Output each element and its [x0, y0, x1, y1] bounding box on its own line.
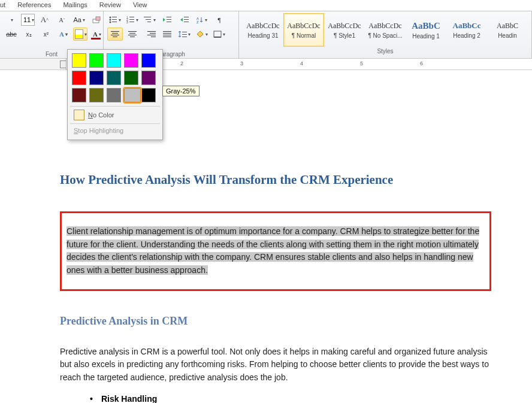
borders-button[interactable]	[211, 28, 227, 41]
bullets-button[interactable]	[107, 13, 123, 26]
color-swatch[interactable]	[72, 71, 86, 85]
svg-rect-9	[129, 17, 134, 17]
svg-rect-20	[184, 17, 189, 17]
highlight-color-button[interactable]	[73, 28, 87, 41]
align-left-button[interactable]	[107, 28, 123, 41]
styles-group: AaBbCcDcHeading 31 AaBbCcDc¶ Normal AaBb…	[239, 11, 532, 58]
strikethrough-button[interactable]: abc	[4, 28, 19, 41]
svg-rect-16	[147, 22, 151, 22]
doc-heading-1[interactable]: How Predictive Analysis Will Transform t…	[60, 172, 491, 187]
color-swatch[interactable]	[141, 88, 156, 102]
text-effects-button[interactable]: A	[56, 28, 71, 41]
svg-rect-21	[184, 19, 189, 20]
doc-heading-2[interactable]: Predictive Analysis in CRM	[60, 315, 491, 328]
style-heading2[interactable]: AaBbCcHeading 2	[446, 13, 487, 47]
multilevel-icon	[144, 16, 152, 23]
borders-icon	[213, 31, 222, 38]
svg-rect-1	[96, 17, 100, 20]
numbering-icon: 123	[126, 16, 135, 23]
styles-group-label: Styles	[243, 47, 528, 54]
color-swatch[interactable]	[72, 88, 86, 102]
shading-button[interactable]	[194, 28, 210, 41]
doc-bullet-1[interactable]: Risk Handling	[90, 394, 491, 403]
style-heading1[interactable]: AaBbCHeading 1	[406, 13, 446, 47]
numbering-button[interactable]: 123	[125, 13, 140, 26]
svg-point-4	[110, 19, 111, 21]
color-swatch[interactable]	[89, 88, 104, 102]
bullets-icon	[109, 16, 117, 23]
highlight-color-panel: No Color Stop Highlighting Gray-25%	[67, 49, 163, 140]
svg-rect-22	[184, 22, 189, 22]
decrease-indent-button[interactable]	[159, 13, 175, 26]
ruler-tick: 6	[420, 60, 423, 66]
clear-formatting-button[interactable]	[89, 13, 104, 26]
change-case-button[interactable]: Aa	[71, 13, 87, 26]
font-color-button[interactable]: A	[89, 28, 105, 41]
color-swatch[interactable]	[72, 53, 86, 68]
font-family-dropdown[interactable]	[4, 13, 19, 26]
svg-rect-26	[182, 34, 187, 35]
color-swatch[interactable]	[141, 53, 156, 68]
color-swatch[interactable]	[89, 71, 104, 85]
color-swatch[interactable]	[124, 71, 138, 85]
style-heading31[interactable]: AaBbCcDcHeading 31	[243, 13, 283, 47]
doc-paragraph-1[interactable]: Client relationship management is of opt…	[66, 225, 485, 277]
align-right-button[interactable]	[142, 28, 158, 41]
eraser-icon	[92, 16, 101, 24]
no-color-option[interactable]: No Color	[70, 106, 160, 123]
sort-button[interactable]: AZ	[194, 13, 210, 26]
svg-rect-27	[182, 37, 187, 37]
font-size-input[interactable]: 11	[21, 14, 35, 26]
subscript-button[interactable]: x₂	[21, 28, 37, 41]
svg-rect-28	[214, 31, 221, 37]
svg-point-2	[110, 17, 111, 19]
svg-rect-19	[167, 22, 171, 22]
tab-view[interactable]: View	[133, 1, 147, 8]
color-tooltip: Gray-25%	[162, 86, 200, 96]
color-swatch[interactable]	[107, 53, 121, 68]
stop-highlighting-option[interactable]: Stop Highlighting	[70, 123, 160, 137]
color-swatch[interactable]	[124, 88, 141, 102]
annotation-box: Client relationship management is of opt…	[60, 211, 491, 291]
color-swatch[interactable]	[107, 88, 121, 102]
line-spacing-button[interactable]	[177, 28, 192, 41]
tab-references[interactable]: References	[17, 1, 51, 8]
tab-review[interactable]: Review	[99, 1, 121, 8]
shrink-font-button[interactable]: Aˇ	[54, 13, 69, 26]
bucket-icon	[196, 31, 204, 38]
ruler-tick: 3	[240, 60, 243, 66]
color-swatch[interactable]	[141, 71, 156, 85]
style-heading-partial[interactable]: AaBbCHeadin	[487, 13, 528, 47]
color-swatch[interactable]	[89, 53, 104, 68]
line-spacing-icon	[179, 31, 187, 38]
multilevel-list-button[interactable]	[142, 13, 158, 26]
ruler-tick: 2	[180, 60, 183, 66]
style-no-spacing[interactable]: AaBbCcDc¶ No Spaci...	[365, 13, 406, 47]
color-swatch[interactable]	[124, 53, 138, 68]
color-swatch-grid	[70, 52, 160, 106]
ruler-tick: 4	[300, 60, 303, 66]
svg-rect-18	[167, 19, 171, 20]
style-style1[interactable]: AaBbCcDc¶ Style1	[324, 13, 365, 47]
doc-paragraph-2[interactable]: Predictive analysis in CRM is a powerful…	[60, 346, 491, 384]
highlighter-icon	[75, 29, 83, 39]
svg-rect-3	[112, 17, 117, 17]
align-center-button[interactable]	[125, 28, 140, 41]
svg-rect-15	[146, 19, 151, 20]
superscript-button[interactable]: x²	[38, 28, 54, 41]
svg-rect-14	[144, 17, 151, 17]
svg-rect-11	[129, 19, 134, 20]
grow-font-button[interactable]: A^	[37, 13, 52, 26]
style-normal[interactable]: AaBbCcDc¶ Normal	[283, 13, 324, 47]
svg-rect-13	[129, 22, 134, 22]
sort-icon: AZ	[197, 16, 204, 23]
tab-layout-partial[interactable]: ut	[0, 1, 5, 8]
no-color-swatch	[74, 110, 84, 120]
tab-mailings[interactable]: Mailings	[63, 1, 87, 8]
align-justify-button[interactable]	[159, 28, 175, 41]
styles-gallery[interactable]: AaBbCcDcHeading 31 AaBbCcDc¶ Normal AaBb…	[243, 13, 528, 47]
svg-text:3: 3	[126, 20, 128, 23]
increase-indent-button[interactable]	[177, 13, 192, 26]
color-swatch[interactable]	[107, 71, 121, 85]
show-marks-button[interactable]: ¶	[211, 13, 227, 26]
